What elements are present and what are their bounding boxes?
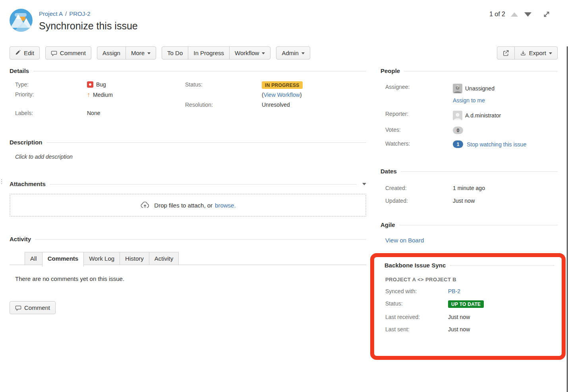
assignee-field: Assignee: ? Unassigned [381,84,558,93]
svg-text:?: ? [456,85,459,89]
breadcrumb-issue-key-link[interactable]: PROJ-2 [69,10,90,17]
dates-heading: Dates [381,168,397,175]
assign-button-group: Assign More [97,46,156,60]
view-workflow-close-paren: ) [300,92,302,98]
sync-status-field: Status: UP TO DATE [381,300,554,308]
people-heading: People [381,67,400,74]
activity-tab-bar: All Comments Work Log History Activity [10,252,366,265]
section-divider [35,239,366,240]
reporter-label: Reporter: [385,111,453,117]
last-sent-field: Last sent: Just now [381,326,554,332]
breadcrumb-project-link[interactable]: Project A [39,10,63,17]
votes-field: Votes: 0 [381,127,558,134]
created-label: Created: [385,185,453,191]
updated-field: Updated: Just now [381,198,558,204]
tab-activity[interactable]: Activity [149,252,179,265]
panel-drag-handle[interactable] [1,178,3,185]
status-label: Status: [185,81,262,88]
priority-field: Priority: ↑Medium [10,91,185,98]
workflow-dropdown-button[interactable]: Workflow [229,46,270,60]
activity-heading: Activity [10,236,31,242]
votes-label: Votes: [385,127,453,133]
tab-history[interactable]: History [120,252,149,265]
details-section: Details Type: Bug Priority: ↑Medium Labe… [10,67,366,120]
todo-transition-button[interactable]: To Do [162,46,188,60]
issue-pager: 1 of 2 [489,10,551,18]
tab-comments[interactable]: Comments [42,252,84,267]
stop-watching-link[interactable]: Stop watching this issue [467,141,526,148]
chevron-down-icon [262,52,265,54]
reporter-value-link[interactable]: A.d.ministrator [465,112,501,119]
chevron-down-icon [147,52,151,54]
section-divider [401,171,558,172]
resolution-value: Unresolved [262,102,290,108]
pager-position: 1 of 2 [489,11,505,18]
workflow-button-group: To Do In Progress Workflow [162,46,270,60]
section-divider [33,71,366,71]
last-sent-label: Last sent: [385,326,448,332]
view-on-board-link[interactable]: View on Board [385,237,424,244]
assign-to-me-link[interactable]: Assign to me [453,97,485,104]
watchers-badge[interactable]: 1 [453,140,463,148]
people-section: People Assignee: ? [381,67,558,148]
previous-issue-icon[interactable] [511,12,518,17]
details-heading: Details [10,67,29,74]
export-dropdown-button[interactable]: Export [514,46,558,60]
comment-button-top[interactable]: Comment [45,46,91,60]
agile-heading: Agile [381,221,395,228]
resolution-label: Resolution: [185,102,262,108]
sync-status-label: Status: [385,300,448,307]
workflow-button-label: Workflow [235,50,259,56]
section-divider [399,225,558,225]
breadcrumb: Project A/PROJ-2 [39,10,138,17]
chevron-down-icon [549,52,552,54]
section-divider [50,184,357,184]
dates-section: Dates Created: 1 minute ago Updated: Jus… [381,168,558,204]
admin-dropdown-button[interactable]: Admin [276,46,310,60]
share-icon [502,50,509,56]
edit-button-label: Edit [24,50,34,56]
description-placeholder[interactable]: Click to add description [15,154,366,160]
browse-link[interactable]: browse. [215,202,236,209]
project-avatar[interactable] [10,9,33,32]
expand-icon[interactable] [543,10,551,18]
share-export-group: Export [497,46,558,60]
edit-button[interactable]: Edit [10,46,40,60]
attachments-collapse-icon[interactable] [362,183,366,185]
tab-work-log[interactable]: Work Log [83,252,120,265]
description-section: Description Click to add description [10,139,366,160]
attachments-dropzone[interactable]: Drop files to attach, or browse. [10,194,366,217]
status-badge: IN PROGRESS [262,81,303,89]
watchers-field: Watchers: 1 Stop watching this issue [381,140,558,148]
comment-button-bottom[interactable]: Comment [10,301,56,314]
next-issue-icon[interactable] [524,12,531,17]
last-sent-value: Just now [448,326,470,332]
bug-type-icon [87,81,93,88]
labels-field: Labels: None [10,110,185,116]
labels-value: None [87,110,100,116]
votes-badge[interactable]: 0 [453,127,463,134]
view-workflow-link[interactable]: View Workflow [264,92,300,98]
type-label: Type: [15,81,87,88]
dropzone-text: Drop files to attach, or [154,202,213,209]
agile-section: Agile View on Board [381,221,558,244]
comment-button-top-label: Comment [60,50,86,56]
reporter-field: Reporter: A.d.ministrator [381,111,558,120]
more-dropdown-button[interactable]: More [126,46,156,60]
tab-all[interactable]: All [25,252,43,265]
backbone-issue-sync-section: Backbone Issue Sync PROJECT A <> PROJECT… [381,262,554,332]
breadcrumb-separator: / [65,10,67,17]
export-button-label: Export [529,50,546,56]
assign-button[interactable]: Assign [97,46,126,60]
no-comments-message: There are no comments yet on this issue. [15,275,366,282]
section-divider [46,142,366,143]
synced-with-field: Synced with: PB-2 [381,288,554,294]
in-progress-transition-button[interactable]: In Progress [188,46,230,60]
synced-issue-link[interactable]: PB-2 [448,288,460,294]
share-button[interactable] [497,46,515,60]
updated-value: Just now [453,198,475,204]
type-field: Type: Bug [10,81,185,88]
unassigned-avatar: ? [453,84,462,93]
comment-bubble-icon [15,305,21,311]
labels-label: Labels: [15,110,87,116]
